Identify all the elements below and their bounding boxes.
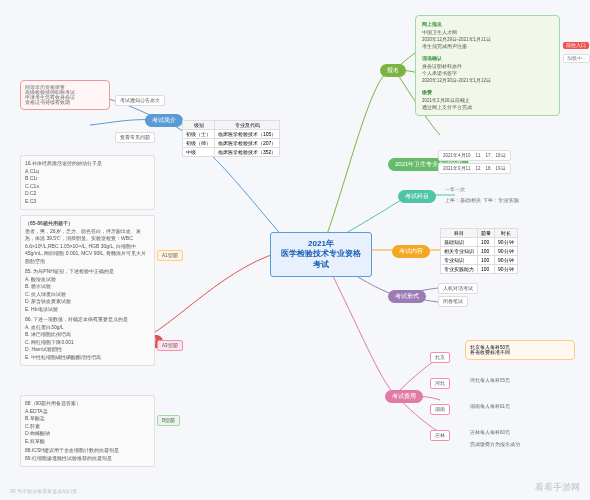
case-l10: C. 网红细胞下降0.001 [25,339,150,347]
q16-stem: 16.补体经典激活途径的始动分子是 [25,160,150,168]
q88-o4: E.双草酸 [25,438,150,446]
fee-g1[interactable]: 河北 [430,378,450,389]
case-l2: B. 糖水试验 [25,283,150,291]
case-l1: A. 酸溶血试验 [25,276,150,284]
q16-opt-4: E.C3 [25,198,150,206]
branch-subject[interactable]: 考试科目 [398,190,436,203]
content-table: 级别专业及代码 初级（士）临床医学检验技术（105） 初级（师）临床医学检验技术… [182,120,280,157]
center-line2: 医学检验技术专业资格 [281,249,361,259]
fee-details-top: 北京每人每科50元 各省收费标准不同 [465,340,575,360]
case-body: 患者，男，26岁，乏力、面色苍白，伴牙龈出血、发热，体温 39.5℃，消瘦明显。… [25,228,150,266]
form-1: 闭卷笔试 [438,296,468,307]
branch-fee[interactable]: 考试费用 [385,390,423,403]
intro-sub-b: 查看常见问题 [115,132,155,143]
b-tag: B型题 [157,415,180,426]
center-node[interactable]: 2021年 医学检验技术专业资格 考试 [270,232,372,277]
st-h0: 科目 [441,229,478,238]
a3-tag: A3型题 [157,340,183,351]
bm-confirm-title: 现场确认 [420,55,444,62]
st-h1: 题量 [478,229,495,238]
fee-d3: 吉林每人每科60元 [465,428,515,437]
q88-stem: 88（90题共用备选答案） [25,400,150,408]
q16-opt-2: C.C1s [25,183,150,191]
fee-g2[interactable]: 湖南 [430,404,450,415]
q88-o3: D.枸橼酸钠 [25,430,150,438]
form-0: 人机对话考试 [438,283,478,294]
q88-s1: 89.红细胞渗透脆性试验推荐的抗凝剂是 [25,455,150,463]
q88-o0: A.EDTA盐 [25,408,150,416]
q16-opt-1: B.C1r [25,175,150,183]
bm-confirm-1: 个人承诺书签字 [420,70,555,77]
case-l12: E. 中性粒细胞碱性磷酸酶活性增高 [25,354,150,362]
q88-o1: B.草酸盐 [25,415,150,423]
case-l0: 85. 为与PNH鉴别，下述检验中正确的是 [25,268,150,276]
fee-g0[interactable]: 北京 [430,352,450,363]
bm-pay-1: 通过网上支付平台完成 [420,104,555,111]
case-l7: 86. 下述一项数值，对确定本病有重要意义的是 [25,316,150,324]
fee-d1: 河北每人每科55元 [465,376,515,385]
intro-group: 同等学历资格审查 高级检验技师职称考试 申请考生凭有效身份证 资格证书持续有效期 [20,80,110,110]
branch-content[interactable]: 考试内容 [392,245,430,258]
bm-confirm-0: 身份证明材料原件 [420,63,555,70]
intro-item-3: 资格证书持续有效期 [25,100,105,105]
tag-loading: 加载中··· [563,54,590,63]
fee-d2: 湖南每人每科61元 [465,402,515,411]
case-l9: B. 淋巴细胞比例增高 [25,331,150,339]
q16-box: 16.补体经典激活途径的始动分子是 A.C1q B.C1r C.C1s D.C2… [20,155,155,210]
q88-o2: C.肝素 [25,423,150,431]
center-line3: 考试 [281,260,361,270]
st-h2: 时长 [495,229,518,238]
time-0: 2021年4月10、11、17、18日 [438,150,511,161]
subject-note: 一年一次 [440,185,470,194]
subject-table: 科目题量时长 基础知识10090分钟 相关专业知识10090分钟 专业知识100… [440,228,518,274]
center-line1: 2021年 [281,239,361,249]
bm-online-title: 网上报名 [420,21,444,28]
case-l11: D. Ham试验阴性 [25,346,150,354]
q88-s0: 88.ICSH建议用于全血细胞计数的抗凝剂是 [25,447,150,455]
fee-d4: 完成缴费方为报名成功 [465,440,525,449]
subject-list: 上午：基础/相关 下午：专业/实践 [440,196,524,205]
case-title: （85-86题共用题干） [25,220,150,228]
case-l3: C. 抗人球蛋白试验 [25,291,150,299]
bm-confirm-2: 2020年12月30日-2021年1月12日 [420,77,555,84]
case-l4: D. 尿含铁血黄素试验 [25,298,150,306]
fee-note: 各省收费标准不同 [470,350,570,355]
a1-tag: A1型题 [157,250,183,261]
baoming-boxes: 网上报名 中国卫生人才网 2020年12月29日-2021年1月11日 考生须完… [415,15,560,116]
q88-box: 88（90题共用备选答案） A.EDTA盐 B.草酸盐 C.肝素 D.枸橼酸钠 … [20,395,155,467]
case-box: （85-86题共用题干） 患者，男，26岁，乏力、面色苍白，伴牙龈出血、发热，体… [20,215,155,366]
mindmap-canvas[interactable]: 2021年 医学检验技术专业资格 考试 考试简介 同等学历资格审查 高级检验技师… [0,0,590,500]
q16-opt-0: A.C1q [25,168,150,176]
watermark2: 90 为不能合格采集造成与幻觉 [10,488,77,494]
bm-online-0: 中国卫生人才网 [420,29,555,36]
branch-form[interactable]: 考试形式 [388,290,426,303]
intro-sub-a: 考试通知公告原文 [115,95,165,106]
time-1: 2021年9月11、12、18、19日 [438,163,511,174]
bm-online-2: 考生须完成用户注册 [420,43,555,50]
case-l8: A. 血红蛋白30g/L [25,324,150,332]
branch-baoming[interactable]: 报名 [380,64,406,77]
bm-pay-0: 2021年2月26日前截止 [420,97,555,104]
fee-g3[interactable]: 吉林 [430,430,450,441]
tag-entry[interactable]: 前往入口 [563,42,589,49]
bm-pay-title: 缴费 [420,89,434,96]
bm-online-1: 2020年12月29日-2021年1月11日 [420,36,555,43]
case-l5: E. Hb电泳试验 [25,306,150,314]
watermark: 看看手游网 [535,481,580,494]
q16-opt-3: D.C2 [25,190,150,198]
branch-intro[interactable]: 考试简介 [145,114,183,127]
